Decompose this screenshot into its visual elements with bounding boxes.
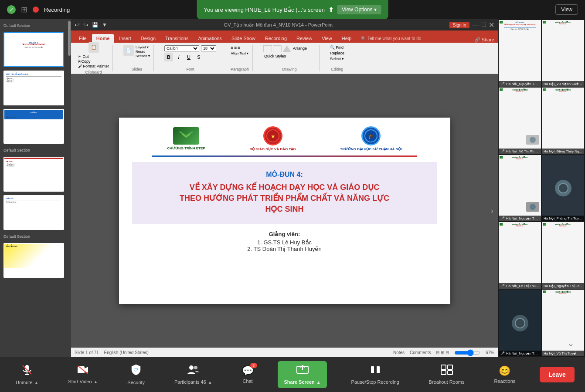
section-label-3: Default Section (3, 233, 64, 240)
security-status-icon: ✓ (7, 5, 16, 14)
participant-label-3: Hà Nội_Vũ Thị Phương... (506, 149, 539, 153)
participant-tile-10[interactable]: KHÓA BỒI DƯỠNG MÔ ĐUN 4... Hà Nội_Vũ Thị… (542, 290, 584, 356)
leave-button[interactable]: Leave (540, 367, 575, 382)
participant-tile-9[interactable]: 🎤 Hà Nội_Nguyễn Thị N... (499, 290, 541, 356)
ppt-menu-icon[interactable]: ▼ (102, 22, 107, 28)
arrange-button[interactable]: Arrange (292, 45, 308, 52)
copy-button[interactable]: ⎘ Copy (78, 59, 109, 64)
font-family-select[interactable]: Calibri (164, 45, 199, 51)
participant-tile-8[interactable]: KHÓA BỒI DƯỠNG MÔ ĐUN 4... Hà Nội_Nguyễn… (542, 222, 584, 289)
tab-review[interactable]: Review (292, 34, 316, 43)
ppt-save-icon[interactable]: 💾 (92, 22, 99, 28)
ppt-redo-icon[interactable]: ↪ (83, 21, 88, 28)
italic-button[interactable]: I (174, 53, 183, 61)
tab-design[interactable]: Design (136, 34, 160, 43)
tab-insert[interactable]: Insert (115, 34, 136, 43)
shape-1[interactable] (263, 45, 272, 52)
replace-button[interactable]: Replace (330, 51, 344, 55)
align-right-button[interactable]: ≡ (238, 45, 240, 50)
tab-animations[interactable]: Animations (194, 34, 226, 43)
tab-tell-me[interactable]: 🔍 Tell me what you want to do (357, 34, 425, 43)
slide-thumb-1[interactable]: 1 MÔ-ĐUN 4: VỀ XÂY DỰNG KẾ HOẠCH DẠY HỌC… (3, 32, 64, 67)
participant-mic-9: 🎤 (500, 351, 505, 355)
slide-scrollbar-thumb[interactable] (68, 21, 71, 56)
ppt-close-button[interactable]: ✕ (489, 21, 494, 29)
participant-tile-5[interactable]: KHÓA BỒI DƯỠNG MÔ ĐUN 4... 🎤 Hà Nội_Nguy… (499, 155, 541, 222)
tab-home[interactable]: Home (92, 34, 114, 43)
participant-label-7: Hà Nội_Lê Thị Thúy La... (506, 284, 539, 288)
pause-recording-button[interactable]: Pause/Stop Recording (346, 361, 405, 388)
chat-button[interactable]: 💬 3 Chat (237, 362, 259, 387)
participant-tile-6[interactable]: Hà Nội_Phùng Thị Tuy... (542, 155, 584, 222)
share-screen-button[interactable]: Share Screen ▲ (278, 361, 327, 388)
ppt-undo-icon[interactable]: ↩ (75, 21, 80, 28)
underline-button[interactable]: U (184, 53, 193, 61)
shape-3[interactable] (282, 45, 291, 52)
slide-thumb-3[interactable]: 3 PHẦN 1 Nội dung bài học... (3, 109, 64, 144)
tab-help[interactable]: Help (337, 34, 356, 43)
unmute-button[interactable]: Unmute ▲ (10, 361, 44, 389)
shape-2[interactable] (273, 45, 282, 52)
align-left-button[interactable]: ≡ (231, 45, 234, 50)
etep-label: CHƯƠNG TRÌNH ETEP (167, 146, 205, 150)
strikethrough-button[interactable]: S (194, 53, 203, 61)
security-button[interactable]: 🛡 Security (122, 361, 150, 389)
zoom-level: 67% (486, 350, 494, 355)
hnue-logo-icon: 🎓 (361, 126, 381, 145)
view-button[interactable]: View (555, 4, 578, 15)
breakout-rooms-button[interactable]: Breakout Rooms (424, 361, 470, 388)
layout-button[interactable]: Layout ▾ (136, 45, 150, 49)
participant-tile-1[interactable]: MÔ-ĐUN 4 VỀ XÂY DỰNG KẾ HOẠCH DẠY HỌC VÀ… (499, 20, 541, 87)
reset-button[interactable]: Reset (136, 50, 150, 54)
tab-file[interactable]: File (75, 34, 91, 43)
participant-tile-7[interactable]: KHÓA BỒI DƯỠNG MÔ ĐUN 4... 🎤 Hà Nội_Lê T… (499, 222, 541, 289)
unmute-label: Unmute (16, 380, 33, 385)
start-video-button[interactable]: Start Video ▲ (63, 362, 103, 388)
paragraph-label: Paragraph (231, 67, 249, 71)
participant-tile-4[interactable]: KHÓA BỒI DƯỠNG MÔ ĐUN 4... Hà Nội_Đặng T… (542, 88, 584, 154)
tab-slideshow[interactable]: Slide Show (227, 34, 260, 43)
tab-recording[interactable]: Recording (261, 34, 291, 43)
slide-thumb-6[interactable]: 6 BẢNG TỔNG HỢP (3, 243, 64, 278)
select-button[interactable]: Select ▾ (330, 57, 344, 61)
section-button[interactable]: Section ▾ (136, 54, 150, 58)
participant-name-8: Hà Nội_Nguyễn Thị Lê... (542, 283, 584, 289)
tab-transitions[interactable]: Transitions (161, 34, 193, 43)
slide-panel-scrollbar[interactable] (68, 19, 71, 357)
share-ppt-button[interactable]: 🔗 Share (474, 37, 494, 43)
svg-point-12 (194, 366, 197, 369)
notes-button[interactable]: Notes (393, 350, 405, 355)
bold-button[interactable]: B (164, 53, 173, 61)
format-painter-button[interactable]: 🖌 Format Painter (78, 64, 109, 68)
participant-tile-3[interactable]: KHÓA BỒI DƯỠNG MÔ ĐUN 4... 🎤 Hà Nội_Vũ T… (499, 88, 541, 154)
svg-point-11 (189, 365, 194, 370)
slide-thumb-4[interactable]: 4 NỘI DUNG • Hoạt động 1• Hoạt động 2 (3, 157, 64, 192)
zoom-slider[interactable] (454, 349, 480, 356)
ppt-minimize-button[interactable]: — (472, 21, 479, 29)
paste-icon[interactable]: 📋 (88, 42, 99, 53)
new-slide-icon[interactable]: 📄 (123, 45, 134, 56)
breakout-rooms-icon (441, 365, 453, 378)
reactions-button[interactable]: 😊 Reactions (489, 362, 520, 387)
view-options-button[interactable]: View Options ▾ (337, 5, 381, 14)
scroll-down-chevron[interactable]: ⌄ (567, 338, 575, 348)
ppt-restore-button[interactable]: □ (482, 21, 486, 29)
comments-button[interactable]: Comments (410, 350, 431, 355)
chat-icon: 💬 3 (242, 365, 254, 377)
participants-button[interactable]: Participants 46 ▲ (169, 361, 218, 388)
slide-expand-arrow[interactable]: › (491, 206, 493, 216)
participant-tile-2[interactable]: KHÓA BỒI DƯỠNG MÔ ĐUN 4... Hà Nội_Vũ Mạn… (542, 20, 584, 87)
cut-button[interactable]: ✂ Cut (78, 54, 109, 59)
find-button[interactable]: 🔍 Find (330, 45, 344, 50)
font-size-select[interactable]: 18 (201, 45, 216, 51)
start-video-chevron: ▲ (94, 379, 98, 384)
ppt-signin-button[interactable]: Sign in (449, 22, 470, 28)
slide-thumb-2[interactable]: 2 MỤC TIÊU CỦA MÔ-ĐUN 4: • Nội dung 1• N… (3, 71, 64, 105)
slide-thumb-5[interactable]: 5 PHÂN TÍCH Chi tiết nội dung... (3, 195, 64, 230)
language-indicator: English (United States) (104, 350, 149, 355)
align-text-button[interactable]: Align Text ▾ (231, 51, 249, 55)
align-center-button[interactable]: ≡ (234, 45, 237, 50)
top-bar: ✓ ⊞ Recording You are viewing HNUE_Lê Hu… (0, 0, 585, 19)
quick-styles-button[interactable]: Quick Styles (263, 53, 287, 59)
tab-view[interactable]: View (317, 34, 337, 43)
